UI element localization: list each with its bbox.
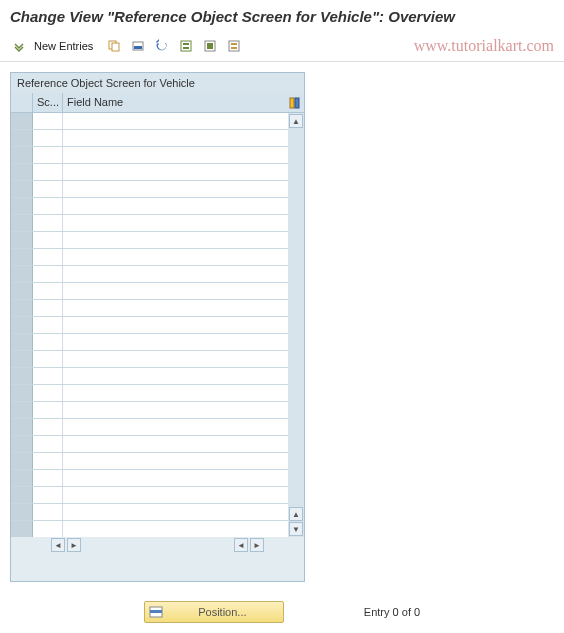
cell-sc[interactable] xyxy=(33,368,63,384)
cell-sc[interactable] xyxy=(33,181,63,197)
cell-field-name[interactable] xyxy=(63,300,288,316)
copy-icon[interactable] xyxy=(105,37,123,55)
scroll-down-icon[interactable]: ▲ xyxy=(289,507,303,521)
row-selector[interactable] xyxy=(11,334,33,350)
cell-field-name[interactable] xyxy=(63,181,288,197)
row-selector[interactable] xyxy=(11,385,33,401)
row-selector[interactable] xyxy=(11,419,33,435)
cell-field-name[interactable] xyxy=(63,266,288,282)
scroll-right-icon[interactable]: ◄ xyxy=(234,538,248,552)
cell-field-name[interactable] xyxy=(63,419,288,435)
cell-sc[interactable] xyxy=(33,436,63,452)
scroll-right-end-icon[interactable]: ► xyxy=(250,538,264,552)
row-selector[interactable] xyxy=(11,504,33,520)
row-selector[interactable] xyxy=(11,368,33,384)
cell-field-name[interactable] xyxy=(63,113,288,129)
cell-sc[interactable] xyxy=(33,470,63,486)
row-selector[interactable] xyxy=(11,215,33,231)
position-button[interactable]: Position... xyxy=(144,601,284,623)
horizontal-scrollbar[interactable]: ◄ ► ◄ ► xyxy=(11,537,304,553)
table-row xyxy=(11,283,288,300)
cell-field-name[interactable] xyxy=(63,198,288,214)
column-field-name[interactable]: Field Name xyxy=(63,93,286,112)
undo-icon[interactable] xyxy=(153,37,171,55)
cell-sc[interactable] xyxy=(33,232,63,248)
row-selector[interactable] xyxy=(11,487,33,503)
row-selector[interactable] xyxy=(11,283,33,299)
scroll-down-bottom-icon[interactable]: ▼ xyxy=(289,522,303,536)
row-selector[interactable] xyxy=(11,317,33,333)
cell-field-name[interactable] xyxy=(63,130,288,146)
row-selector[interactable] xyxy=(11,266,33,282)
cell-sc[interactable] xyxy=(33,385,63,401)
row-selector[interactable] xyxy=(11,130,33,146)
cell-sc[interactable] xyxy=(33,198,63,214)
cell-field-name[interactable] xyxy=(63,164,288,180)
cell-field-name[interactable] xyxy=(63,504,288,520)
scroll-left-icon[interactable]: ► xyxy=(67,538,81,552)
scroll-left-start-icon[interactable]: ◄ xyxy=(51,538,65,552)
cell-field-name[interactable] xyxy=(63,283,288,299)
cell-sc[interactable] xyxy=(33,215,63,231)
cell-field-name[interactable] xyxy=(63,453,288,469)
row-selector[interactable] xyxy=(11,402,33,418)
column-sc[interactable]: Sc... xyxy=(33,93,63,112)
vertical-scrollbar[interactable]: ▲ ▲ ▼ xyxy=(288,113,304,537)
cell-sc[interactable] xyxy=(33,504,63,520)
cell-field-name[interactable] xyxy=(63,147,288,163)
cell-sc[interactable] xyxy=(33,249,63,265)
cell-field-name[interactable] xyxy=(63,351,288,367)
row-selector[interactable] xyxy=(11,147,33,163)
select-block-icon[interactable] xyxy=(201,37,219,55)
table-row xyxy=(11,164,288,181)
cell-field-name[interactable] xyxy=(63,436,288,452)
deselect-all-icon[interactable] xyxy=(225,37,243,55)
row-selector[interactable] xyxy=(11,436,33,452)
cell-field-name[interactable] xyxy=(63,317,288,333)
cell-sc[interactable] xyxy=(33,130,63,146)
row-selector[interactable] xyxy=(11,300,33,316)
cell-sc[interactable] xyxy=(33,147,63,163)
row-selector[interactable] xyxy=(11,351,33,367)
cell-field-name[interactable] xyxy=(63,487,288,503)
scroll-up-icon[interactable]: ▲ xyxy=(289,114,303,128)
table-row xyxy=(11,385,288,402)
delete-icon[interactable] xyxy=(129,37,147,55)
cell-field-name[interactable] xyxy=(63,385,288,401)
cell-field-name[interactable] xyxy=(63,368,288,384)
cell-field-name[interactable] xyxy=(63,470,288,486)
cell-field-name[interactable] xyxy=(63,232,288,248)
row-selector[interactable] xyxy=(11,164,33,180)
cell-field-name[interactable] xyxy=(63,249,288,265)
row-selector[interactable] xyxy=(11,113,33,129)
cell-sc[interactable] xyxy=(33,419,63,435)
new-entries-button[interactable]: New Entries xyxy=(34,40,93,52)
cell-sc[interactable] xyxy=(33,317,63,333)
cell-sc[interactable] xyxy=(33,164,63,180)
cell-sc[interactable] xyxy=(33,113,63,129)
row-selector[interactable] xyxy=(11,181,33,197)
cell-sc[interactable] xyxy=(33,351,63,367)
row-selector[interactable] xyxy=(11,453,33,469)
table-settings-icon[interactable] xyxy=(286,93,304,112)
row-selector[interactable] xyxy=(11,232,33,248)
cell-sc[interactable] xyxy=(33,283,63,299)
row-selector[interactable] xyxy=(11,198,33,214)
row-selector[interactable] xyxy=(11,470,33,486)
cell-sc[interactable] xyxy=(33,453,63,469)
cell-sc[interactable] xyxy=(33,334,63,350)
cell-sc[interactable] xyxy=(33,402,63,418)
cell-sc[interactable] xyxy=(33,487,63,503)
cell-field-name[interactable] xyxy=(63,402,288,418)
row-selector[interactable] xyxy=(11,249,33,265)
cell-sc[interactable] xyxy=(33,521,63,537)
cell-sc[interactable] xyxy=(33,266,63,282)
expand-icon[interactable] xyxy=(10,37,28,55)
row-selector[interactable] xyxy=(11,521,33,537)
cell-sc[interactable] xyxy=(33,300,63,316)
cell-field-name[interactable] xyxy=(63,334,288,350)
select-all-column[interactable] xyxy=(11,93,33,112)
cell-field-name[interactable] xyxy=(63,521,288,537)
cell-field-name[interactable] xyxy=(63,215,288,231)
select-all-icon[interactable] xyxy=(177,37,195,55)
